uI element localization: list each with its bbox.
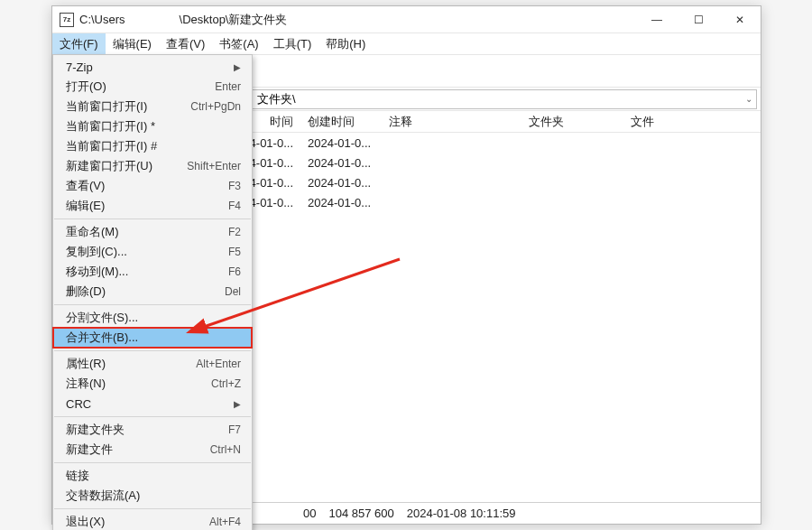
menu-item[interactable]: 属性(R)Alt+Enter [53, 354, 252, 374]
menu-item-label: 移动到(M)... [66, 264, 128, 280]
menu-item[interactable]: 查看(V)F3 [53, 176, 252, 196]
menu-item-shortcut: Alt+F4 [209, 516, 241, 528]
menu-item-label: 打开(O) [66, 79, 106, 95]
menu-separator [54, 219, 251, 219]
menu-item[interactable]: 新建文件夹F7 [53, 420, 252, 440]
menu-item[interactable]: 当前窗口打开(I) # [53, 136, 252, 156]
menu-separator [54, 462, 251, 463]
menu-item-label: 分割文件(S)... [66, 310, 138, 326]
menu-item-label: 删除(D) [66, 284, 106, 300]
menu-item-shortcut: Enter [215, 80, 241, 93]
title-prefix: C:\Users [79, 13, 125, 26]
col-ctime[interactable]: 创建时间 [300, 111, 382, 132]
submenu-arrow-icon: ▶ [234, 399, 241, 409]
menu-item-shortcut: Ctrl+N [210, 443, 241, 456]
menu-item-shortcut: F6 [228, 265, 241, 278]
address-dropdown-icon[interactable]: ⌄ [745, 94, 752, 104]
menu-item-shortcut: Del [225, 285, 241, 298]
menu-item[interactable]: 退出(X)Alt+F4 [53, 512, 252, 530]
menu-item[interactable]: 编辑(E)F4 [53, 196, 252, 216]
menu-item-label: 新建文件夹 [66, 422, 125, 438]
menu-item[interactable]: 合并文件(B)... [53, 328, 252, 348]
menu-edit[interactable]: 编辑(E) [106, 33, 159, 54]
menu-tools[interactable]: 工具(T) [266, 33, 319, 54]
menu-separator [54, 304, 251, 305]
menu-item-shortcut: Shift+Enter [187, 160, 241, 172]
menu-item-label: 当前窗口打开(I) * [66, 118, 155, 135]
title-blur [125, 13, 180, 26]
menu-item-label: CRC [66, 397, 91, 411]
status-seg-2: 104 857 600 [328, 507, 393, 520]
menu-file[interactable]: 文件(F) [52, 33, 106, 54]
app-icon: 7z [60, 13, 74, 27]
menu-item-label: 注释(N) [66, 376, 106, 392]
menu-item-label: 新建文件 [66, 442, 113, 458]
menu-item[interactable]: CRC▶ [53, 394, 252, 414]
menu-item-shortcut: Ctrl+Z [211, 377, 241, 390]
menu-item[interactable]: 新建窗口打开(U)Shift+Enter [53, 156, 252, 176]
titlebar: 7z C:\Users \Desktop\新建文件夹 ― ☐ ✕ [52, 6, 761, 33]
menu-separator [54, 416, 251, 417]
menu-item[interactable]: 新建文件Ctrl+N [53, 440, 252, 460]
menu-item[interactable]: 打开(O)Enter [53, 77, 252, 97]
col-folder[interactable]: 文件夹 [481, 111, 571, 132]
menu-help[interactable]: 帮助(H) [318, 33, 373, 54]
menu-item[interactable]: 重命名(M)F2 [53, 222, 252, 242]
title-suffix: \Desktop\新建文件夹 [180, 12, 288, 28]
menu-item-label: 交替数据流(A) [66, 488, 140, 504]
col-file[interactable]: 文件 [571, 111, 661, 132]
menu-item-label: 7-Zip [66, 60, 93, 74]
menu-item[interactable]: 注释(N)Ctrl+Z [53, 374, 252, 394]
file-menu-dropdown: 7-Zip▶打开(O)Enter当前窗口打开(I)Ctrl+PgDn当前窗口打开… [52, 54, 253, 530]
menu-item-shortcut: F5 [228, 246, 241, 258]
menu-item-label: 复制到(C)... [66, 244, 127, 260]
menu-item[interactable]: 分割文件(S)... [53, 308, 252, 328]
menu-bookmarks[interactable]: 书签(A) [212, 33, 265, 54]
maximize-button[interactable]: ☐ [678, 6, 719, 33]
menu-separator [54, 350, 251, 351]
menu-item[interactable]: 删除(D)Del [53, 282, 252, 302]
menu-item-shortcut: F7 [228, 423, 241, 436]
menu-item-shortcut: Alt+Enter [196, 358, 241, 370]
window-title: C:\Users \Desktop\新建文件夹 [79, 12, 636, 28]
close-button[interactable]: ✕ [719, 6, 761, 33]
menu-item-label: 属性(R) [66, 356, 106, 372]
status-seg-3: 2024-01-08 10:11:59 [407, 507, 516, 520]
menu-item-label: 新建窗口打开(U) [66, 158, 152, 174]
menu-item[interactable]: 交替数据流(A) [53, 486, 252, 506]
menu-item-label: 退出(X) [66, 514, 105, 530]
menu-item-shortcut: F3 [228, 180, 241, 192]
address-visible-text: 文件夹\ [257, 91, 296, 107]
menu-item[interactable]: 链接 [53, 466, 252, 486]
menu-item-label: 当前窗口打开(I) # [66, 138, 157, 154]
menu-item[interactable]: 7-Zip▶ [53, 57, 252, 77]
menu-item[interactable]: 复制到(C)...F5 [53, 242, 252, 262]
menu-item-label: 链接 [66, 468, 89, 484]
menu-item-label: 合并文件(B)... [66, 330, 138, 346]
menu-item-label: 重命名(M) [66, 224, 119, 240]
menu-item-label: 当前窗口打开(I) [66, 98, 147, 115]
menu-item-shortcut: Ctrl+PgDn [190, 100, 241, 113]
status-seg-1: 00 [303, 507, 316, 520]
col-comment[interactable]: 注释 [382, 111, 481, 132]
menu-item[interactable]: 当前窗口打开(I) * [53, 116, 252, 136]
menu-item-shortcut: F2 [228, 226, 241, 238]
menu-separator [54, 508, 251, 509]
menu-item[interactable]: 移动到(M)...F6 [53, 262, 252, 282]
minimize-button[interactable]: ― [636, 6, 678, 33]
window-controls: ― ☐ ✕ [636, 6, 761, 33]
menu-item[interactable]: 当前窗口打开(I)Ctrl+PgDn [53, 97, 252, 116]
menubar: 文件(F) 编辑(E) 查看(V) 书签(A) 工具(T) 帮助(H) [52, 33, 761, 55]
menu-item-shortcut: F4 [228, 200, 241, 212]
menu-item-label: 编辑(E) [66, 198, 105, 214]
submenu-arrow-icon: ▶ [234, 62, 241, 72]
menu-view[interactable]: 查看(V) [159, 33, 212, 54]
menu-item-label: 查看(V) [66, 178, 105, 194]
